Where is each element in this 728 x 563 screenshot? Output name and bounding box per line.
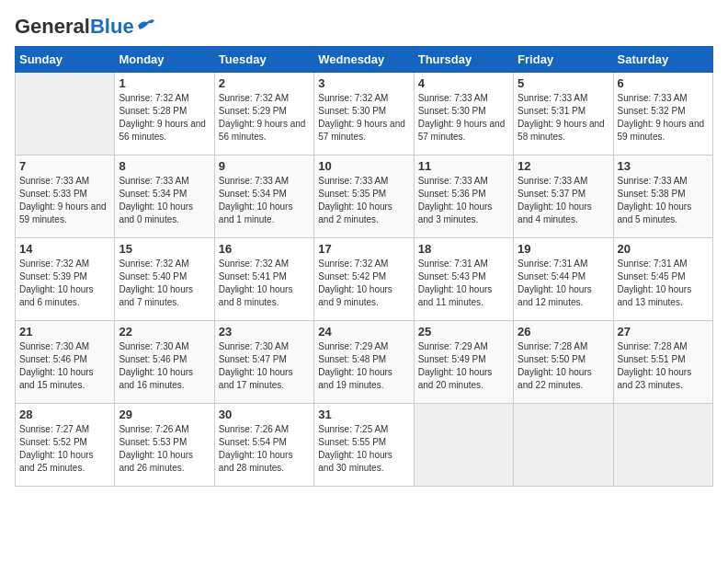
- day-cell: 23Sunrise: 7:30 AM Sunset: 5:47 PM Dayli…: [214, 321, 313, 404]
- day-info: Sunrise: 7:31 AM Sunset: 5:44 PM Dayligh…: [518, 258, 609, 309]
- day-number: 10: [318, 159, 409, 173]
- day-cell: 14Sunrise: 7:32 AM Sunset: 5:39 PM Dayli…: [16, 238, 115, 321]
- logo-bird-icon: [136, 17, 156, 33]
- day-cell: 9Sunrise: 7:33 AM Sunset: 5:34 PM Daylig…: [214, 155, 313, 238]
- day-number: 20: [618, 242, 709, 256]
- week-row-3: 14Sunrise: 7:32 AM Sunset: 5:39 PM Dayli…: [16, 238, 713, 321]
- day-number: 5: [518, 76, 609, 90]
- day-number: 17: [318, 242, 409, 256]
- day-number: 21: [19, 325, 110, 339]
- day-number: 26: [518, 325, 609, 339]
- day-number: 14: [19, 242, 110, 256]
- week-row-2: 7Sunrise: 7:33 AM Sunset: 5:33 PM Daylig…: [16, 155, 713, 238]
- column-header-sunday: Sunday: [16, 47, 115, 73]
- day-number: 22: [119, 325, 210, 339]
- column-header-monday: Monday: [115, 47, 214, 73]
- day-number: 29: [119, 408, 210, 421]
- day-info: Sunrise: 7:32 AM Sunset: 5:41 PM Dayligh…: [219, 258, 310, 309]
- column-header-tuesday: Tuesday: [214, 47, 313, 73]
- day-number: 24: [318, 325, 409, 339]
- day-info: Sunrise: 7:33 AM Sunset: 5:34 PM Dayligh…: [119, 175, 210, 226]
- day-cell: [514, 404, 613, 487]
- day-cell: 30Sunrise: 7:26 AM Sunset: 5:54 PM Dayli…: [214, 404, 313, 487]
- day-info: Sunrise: 7:30 AM Sunset: 5:47 PM Dayligh…: [219, 340, 310, 392]
- page-header: GeneralBlue: [15, 15, 713, 39]
- day-number: 12: [518, 159, 609, 173]
- day-info: Sunrise: 7:33 AM Sunset: 5:38 PM Dayligh…: [618, 175, 709, 226]
- day-info: Sunrise: 7:33 AM Sunset: 5:34 PM Dayligh…: [219, 175, 310, 226]
- day-info: Sunrise: 7:32 AM Sunset: 5:29 PM Dayligh…: [219, 92, 310, 144]
- day-cell: 7Sunrise: 7:33 AM Sunset: 5:33 PM Daylig…: [16, 155, 115, 238]
- day-number: 27: [618, 325, 709, 339]
- day-info: Sunrise: 7:33 AM Sunset: 5:37 PM Dayligh…: [518, 175, 609, 226]
- day-cell: 26Sunrise: 7:28 AM Sunset: 5:50 PM Dayli…: [514, 321, 613, 404]
- day-info: Sunrise: 7:30 AM Sunset: 5:46 PM Dayligh…: [19, 340, 110, 392]
- day-number: 16: [219, 242, 310, 256]
- day-cell: [613, 404, 712, 487]
- day-cell: 1Sunrise: 7:32 AM Sunset: 5:28 PM Daylig…: [115, 73, 214, 155]
- day-info: Sunrise: 7:30 AM Sunset: 5:46 PM Dayligh…: [119, 340, 210, 392]
- day-cell: 8Sunrise: 7:33 AM Sunset: 5:34 PM Daylig…: [115, 155, 214, 238]
- day-info: Sunrise: 7:25 AM Sunset: 5:55 PM Dayligh…: [318, 423, 409, 475]
- week-row-1: 1Sunrise: 7:32 AM Sunset: 5:28 PM Daylig…: [16, 73, 713, 155]
- calendar-header-row: SundayMondayTuesdayWednesdayThursdayFrid…: [16, 47, 713, 73]
- day-cell: 21Sunrise: 7:30 AM Sunset: 5:46 PM Dayli…: [16, 321, 115, 404]
- day-info: Sunrise: 7:32 AM Sunset: 5:28 PM Dayligh…: [119, 92, 210, 144]
- day-info: Sunrise: 7:33 AM Sunset: 5:31 PM Dayligh…: [518, 92, 609, 144]
- day-cell: 17Sunrise: 7:32 AM Sunset: 5:42 PM Dayli…: [314, 238, 414, 321]
- day-number: 8: [119, 159, 210, 173]
- day-info: Sunrise: 7:32 AM Sunset: 5:42 PM Dayligh…: [318, 258, 409, 309]
- day-cell: 15Sunrise: 7:32 AM Sunset: 5:40 PM Dayli…: [115, 238, 214, 321]
- day-number: 15: [119, 242, 210, 256]
- day-number: 23: [219, 325, 310, 339]
- day-number: 11: [418, 159, 509, 173]
- day-cell: 3Sunrise: 7:32 AM Sunset: 5:30 PM Daylig…: [314, 73, 414, 155]
- day-cell: 13Sunrise: 7:33 AM Sunset: 5:38 PM Dayli…: [613, 155, 712, 238]
- day-cell: 27Sunrise: 7:28 AM Sunset: 5:51 PM Dayli…: [613, 321, 712, 404]
- day-cell: [414, 404, 513, 487]
- day-info: Sunrise: 7:33 AM Sunset: 5:32 PM Dayligh…: [618, 92, 709, 144]
- day-cell: 11Sunrise: 7:33 AM Sunset: 5:36 PM Dayli…: [414, 155, 513, 238]
- day-info: Sunrise: 7:31 AM Sunset: 5:45 PM Dayligh…: [618, 258, 709, 309]
- day-info: Sunrise: 7:32 AM Sunset: 5:39 PM Dayligh…: [19, 258, 110, 309]
- day-cell: 5Sunrise: 7:33 AM Sunset: 5:31 PM Daylig…: [514, 73, 613, 155]
- day-info: Sunrise: 7:33 AM Sunset: 5:35 PM Dayligh…: [318, 175, 409, 226]
- day-cell: 12Sunrise: 7:33 AM Sunset: 5:37 PM Dayli…: [514, 155, 613, 238]
- day-number: 1: [119, 76, 210, 90]
- day-number: 30: [219, 408, 310, 421]
- logo-text: GeneralBlue: [15, 15, 134, 39]
- day-cell: 29Sunrise: 7:26 AM Sunset: 5:53 PM Dayli…: [115, 404, 214, 487]
- day-cell: 16Sunrise: 7:32 AM Sunset: 5:41 PM Dayli…: [214, 238, 313, 321]
- day-cell: 18Sunrise: 7:31 AM Sunset: 5:43 PM Dayli…: [414, 238, 513, 321]
- day-info: Sunrise: 7:29 AM Sunset: 5:48 PM Dayligh…: [318, 340, 409, 392]
- day-number: 25: [418, 325, 509, 339]
- day-number: 13: [618, 159, 709, 173]
- day-info: Sunrise: 7:26 AM Sunset: 5:53 PM Dayligh…: [119, 423, 210, 475]
- day-cell: 20Sunrise: 7:31 AM Sunset: 5:45 PM Dayli…: [613, 238, 712, 321]
- day-cell: 6Sunrise: 7:33 AM Sunset: 5:32 PM Daylig…: [613, 73, 712, 155]
- day-number: 18: [418, 242, 509, 256]
- day-info: Sunrise: 7:27 AM Sunset: 5:52 PM Dayligh…: [19, 423, 110, 475]
- day-number: 2: [219, 76, 310, 90]
- column-header-saturday: Saturday: [613, 47, 712, 73]
- day-info: Sunrise: 7:32 AM Sunset: 5:40 PM Dayligh…: [119, 258, 210, 309]
- logo: GeneralBlue: [15, 15, 156, 39]
- day-number: 19: [518, 242, 609, 256]
- day-cell: 24Sunrise: 7:29 AM Sunset: 5:48 PM Dayli…: [314, 321, 414, 404]
- day-info: Sunrise: 7:33 AM Sunset: 5:33 PM Dayligh…: [19, 175, 110, 226]
- column-header-wednesday: Wednesday: [314, 47, 414, 73]
- day-cell: 19Sunrise: 7:31 AM Sunset: 5:44 PM Dayli…: [514, 238, 613, 321]
- day-number: 31: [318, 408, 409, 421]
- day-cell: 25Sunrise: 7:29 AM Sunset: 5:49 PM Dayli…: [414, 321, 513, 404]
- day-info: Sunrise: 7:31 AM Sunset: 5:43 PM Dayligh…: [418, 258, 509, 309]
- day-cell: 28Sunrise: 7:27 AM Sunset: 5:52 PM Dayli…: [16, 404, 115, 487]
- calendar-table: SundayMondayTuesdayWednesdayThursdayFrid…: [15, 46, 713, 487]
- week-row-5: 28Sunrise: 7:27 AM Sunset: 5:52 PM Dayli…: [16, 404, 713, 487]
- column-header-thursday: Thursday: [414, 47, 513, 73]
- day-info: Sunrise: 7:28 AM Sunset: 5:50 PM Dayligh…: [518, 340, 609, 392]
- day-number: 9: [219, 159, 310, 173]
- day-cell: 22Sunrise: 7:30 AM Sunset: 5:46 PM Dayli…: [115, 321, 214, 404]
- day-cell: 2Sunrise: 7:32 AM Sunset: 5:29 PM Daylig…: [214, 73, 313, 155]
- day-cell: [16, 73, 115, 155]
- day-cell: 4Sunrise: 7:33 AM Sunset: 5:30 PM Daylig…: [414, 73, 513, 155]
